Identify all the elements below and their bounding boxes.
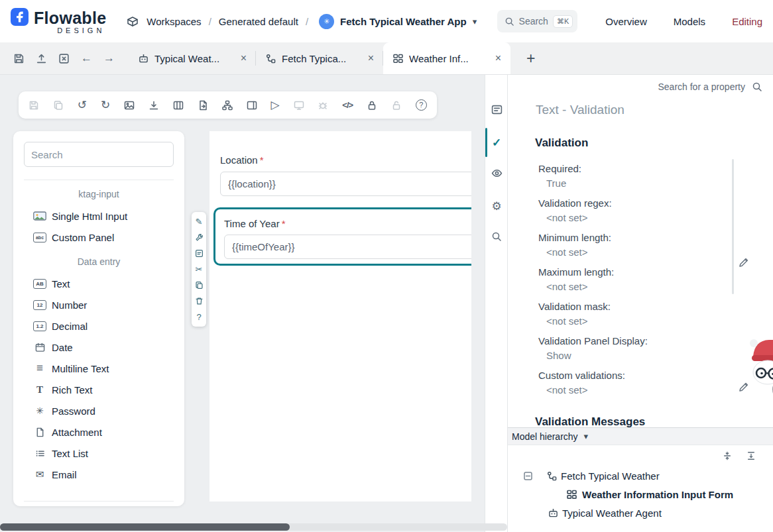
duplicate-icon[interactable] bbox=[195, 281, 204, 290]
settings-gear-icon[interactable]: ⚙ bbox=[485, 199, 508, 213]
model-hierarchy-panel: Model hierarchy ▾ Fetch Typical Weathe bbox=[507, 427, 773, 532]
help-button[interactable]: ? bbox=[416, 99, 427, 111]
save-all-button[interactable] bbox=[13, 53, 25, 64]
form-canvas[interactable]: Location* {{location}} Time of Year* {{t… bbox=[209, 131, 471, 502]
undo-button[interactable]: ↺ bbox=[78, 99, 87, 111]
code-button[interactable]: </> bbox=[342, 101, 353, 109]
document-actions: ← → bbox=[0, 42, 129, 74]
back-button[interactable]: ← bbox=[81, 52, 92, 65]
property-row[interactable]: Validation Panel Display: Show bbox=[538, 334, 648, 363]
tree-node-typical-weather-agent[interactable]: Typical Weather Agent bbox=[548, 504, 662, 522]
app-name: Fetch Typical Weather App bbox=[340, 16, 467, 27]
redo-button[interactable]: ↻ bbox=[101, 99, 110, 111]
flowable-logo[interactable]: Flowable DESIGN bbox=[11, 8, 106, 34]
download-button[interactable] bbox=[149, 100, 159, 111]
divider bbox=[24, 501, 174, 502]
form-field-time-of-year-selected[interactable]: Time of Year* {{timeOfYear}} bbox=[213, 207, 471, 266]
horizontal-scrollbar-thumb[interactable] bbox=[0, 523, 290, 531]
delete-trash-icon[interactable] bbox=[195, 297, 204, 305]
tab-fetch-typical-weather[interactable]: Fetch Typica... × bbox=[256, 42, 383, 74]
palette-item-rich-text[interactable]: T Rich Text bbox=[13, 379, 184, 400]
time-of-year-input[interactable]: {{timeOfYear}} bbox=[224, 235, 471, 259]
breadcrumb-separator: / bbox=[306, 16, 308, 27]
property-row[interactable]: Custom validations: <not set> bbox=[538, 368, 648, 398]
palette-item-multiline-text[interactable]: ≡ Multiline Text bbox=[13, 358, 184, 379]
property-row[interactable]: Minimum length: <not set> bbox=[538, 231, 648, 260]
lock-button[interactable] bbox=[367, 100, 377, 111]
cut-scissors-icon[interactable]: ✂ bbox=[196, 265, 203, 274]
collapse-all-button[interactable] bbox=[723, 451, 732, 460]
layout-columns-button[interactable] bbox=[173, 100, 184, 111]
image-input-icon bbox=[33, 211, 46, 221]
app-switcher[interactable]: ✳ Fetch Typical Weather App ▾ bbox=[319, 14, 477, 29]
close-model-button[interactable] bbox=[58, 53, 70, 64]
form-fields-panel-icon[interactable] bbox=[485, 104, 508, 115]
palette-item-custom-panel[interactable]: abc Custom Panel bbox=[13, 227, 184, 248]
validation-panel-icon[interactable]: ✓ bbox=[485, 136, 508, 150]
palette-item-number[interactable]: 12 Number bbox=[13, 294, 184, 315]
toggle-panel-button[interactable] bbox=[247, 100, 257, 111]
copy-button[interactable] bbox=[53, 100, 64, 111]
palette-item-decimal[interactable]: 1.2 Decimal bbox=[13, 315, 184, 337]
properties-scrollbar[interactable] bbox=[732, 159, 734, 294]
palette-item-single-html-input[interactable]: Single Html Input bbox=[13, 205, 184, 227]
property-row[interactable]: Maximum length: <not set> bbox=[538, 265, 648, 294]
tree-fold-actions bbox=[723, 451, 756, 460]
tree-node-fetch-typical-weather[interactable]: Fetch Typical Weather bbox=[524, 466, 660, 485]
edit-property-button[interactable] bbox=[739, 257, 749, 268]
tree-node-weather-information-input-form[interactable]: Weather Information Input Form bbox=[567, 485, 733, 504]
note-icon[interactable] bbox=[195, 249, 204, 258]
breadcrumb-project[interactable]: Generated default bbox=[219, 16, 298, 27]
preview-button[interactable] bbox=[294, 100, 304, 111]
process-icon bbox=[547, 471, 557, 481]
settings-wrench-icon[interactable] bbox=[195, 233, 204, 242]
palette-item-password[interactable]: ✳ Password bbox=[13, 400, 184, 421]
nav-overview[interactable]: Overview bbox=[605, 16, 647, 27]
export-document-button[interactable] bbox=[198, 100, 208, 111]
close-tab-button[interactable]: × bbox=[494, 52, 503, 64]
help-icon[interactable]: ? bbox=[196, 313, 201, 321]
palette-item-attachment[interactable]: Attachment bbox=[13, 421, 184, 443]
abc-box-icon: abc bbox=[33, 233, 46, 242]
close-tab-button[interactable]: × bbox=[367, 52, 375, 64]
horizontal-scrollbar[interactable] bbox=[0, 523, 507, 531]
tab-typical-weather-agent[interactable]: Typical Weat... × bbox=[129, 42, 256, 74]
save-button[interactable] bbox=[29, 100, 39, 111]
publish-button[interactable] bbox=[36, 53, 47, 64]
nav-models[interactable]: Models bbox=[674, 16, 705, 27]
expand-all-button[interactable] bbox=[746, 451, 756, 460]
edit-pencil-icon[interactable]: ✎ bbox=[196, 217, 203, 226]
palette-item-text[interactable]: AB Text bbox=[13, 273, 184, 294]
hierarchy-button[interactable] bbox=[222, 100, 233, 111]
forward-button[interactable]: → bbox=[103, 52, 115, 65]
breadcrumb-workspaces[interactable]: Workspaces bbox=[147, 16, 201, 27]
rich-text-icon: T bbox=[33, 384, 46, 396]
model-hierarchy-header[interactable]: Model hierarchy ▾ bbox=[508, 427, 773, 445]
visibility-eye-icon[interactable] bbox=[485, 168, 508, 179]
breadcrumb-separator: / bbox=[209, 16, 211, 27]
location-input[interactable]: {{location}} bbox=[220, 172, 471, 196]
search-panel-icon[interactable] bbox=[485, 231, 508, 242]
palette-item-date[interactable]: Date bbox=[13, 337, 184, 358]
tab-strip: ← → Typical Weat... × Fetch Typica... × … bbox=[0, 42, 773, 75]
tab-weather-information-form[interactable]: Weather Inf... × bbox=[383, 42, 510, 74]
palette-item-text-list[interactable]: Text List bbox=[13, 443, 184, 464]
palette-group-title: ktag-input bbox=[13, 189, 184, 199]
global-search[interactable]: Search ⌘K bbox=[497, 10, 578, 32]
attachment-icon bbox=[33, 427, 46, 437]
palette-search-input[interactable] bbox=[24, 142, 174, 167]
debug-button[interactable] bbox=[318, 100, 328, 111]
close-tab-button[interactable]: × bbox=[239, 52, 248, 64]
play-button[interactable]: ▷ bbox=[271, 99, 280, 111]
property-row[interactable]: Validation mask: <not set> bbox=[538, 299, 648, 329]
palette-item-email[interactable]: ✉ Email bbox=[13, 464, 184, 485]
property-search[interactable]: Search for a property bbox=[658, 81, 762, 92]
nav-editing[interactable]: Editing bbox=[732, 16, 762, 27]
image-export-button[interactable] bbox=[124, 100, 135, 111]
new-tab-button[interactable]: + bbox=[526, 51, 535, 66]
property-row[interactable]: Required: True bbox=[538, 162, 648, 191]
property-row[interactable]: Validation regex: <not set> bbox=[538, 196, 648, 225]
collapse-toggle-icon[interactable] bbox=[524, 472, 532, 480]
form-field-location[interactable]: Location* {{location}} bbox=[220, 154, 471, 196]
unlock-button[interactable] bbox=[391, 100, 402, 111]
